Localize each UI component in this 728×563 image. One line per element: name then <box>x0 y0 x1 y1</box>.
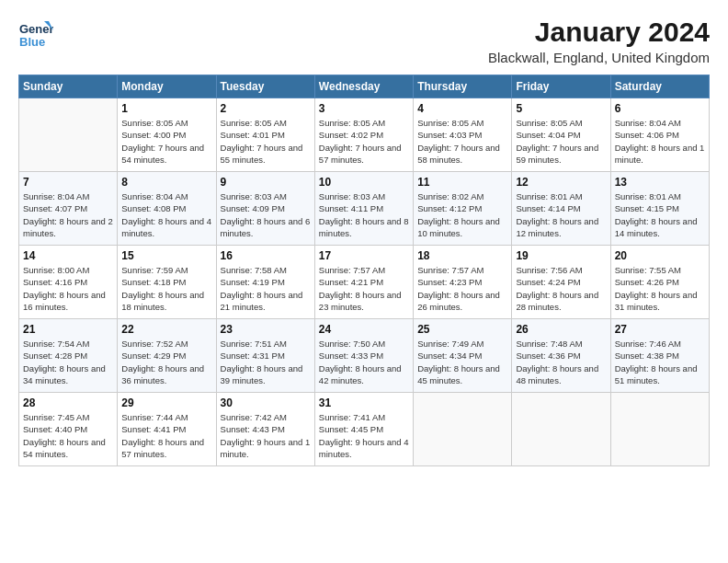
day-detail: Sunrise: 8:05 AM Sunset: 4:04 PM Dayligh… <box>516 117 606 166</box>
day-cell: 27Sunrise: 7:46 AM Sunset: 4:38 PM Dayli… <box>610 319 709 393</box>
day-number: 8 <box>121 176 211 189</box>
day-cell: 31Sunrise: 7:41 AM Sunset: 4:45 PM Dayli… <box>314 393 413 466</box>
day-number: 14 <box>23 249 113 262</box>
day-cell: 28Sunrise: 7:45 AM Sunset: 4:40 PM Dayli… <box>19 393 118 466</box>
col-tuesday: Tuesday <box>216 75 314 98</box>
day-number: 25 <box>417 323 507 336</box>
calendar-table: Sunday Monday Tuesday Wednesday Thursday… <box>18 75 710 466</box>
day-detail: Sunrise: 8:05 AM Sunset: 4:00 PM Dayligh… <box>121 117 211 166</box>
day-cell: 17Sunrise: 7:57 AM Sunset: 4:21 PM Dayli… <box>314 246 413 319</box>
day-number: 18 <box>417 249 507 262</box>
day-number: 23 <box>221 323 311 336</box>
col-monday: Monday <box>118 75 216 98</box>
day-cell: 16Sunrise: 7:58 AM Sunset: 4:19 PM Dayli… <box>216 246 314 319</box>
day-detail: Sunrise: 7:59 AM Sunset: 4:18 PM Dayligh… <box>121 264 211 313</box>
day-cell: 25Sunrise: 7:49 AM Sunset: 4:34 PM Dayli… <box>414 319 512 393</box>
day-number: 7 <box>23 176 113 189</box>
day-detail: Sunrise: 7:46 AM Sunset: 4:38 PM Dayligh… <box>615 338 705 386</box>
day-cell: 3Sunrise: 8:05 AM Sunset: 4:02 PM Daylig… <box>314 98 413 172</box>
day-number: 4 <box>417 102 507 115</box>
day-number: 1 <box>121 102 211 115</box>
day-number: 24 <box>319 323 409 336</box>
day-number: 2 <box>221 102 311 115</box>
day-detail: Sunrise: 7:45 AM Sunset: 4:40 PM Dayligh… <box>23 411 113 460</box>
day-detail: Sunrise: 7:44 AM Sunset: 4:41 PM Dayligh… <box>121 411 211 460</box>
day-cell: 21Sunrise: 7:54 AM Sunset: 4:28 PM Dayli… <box>19 319 118 393</box>
day-cell: 11Sunrise: 8:02 AM Sunset: 4:12 PM Dayli… <box>414 172 512 246</box>
day-detail: Sunrise: 8:04 AM Sunset: 4:07 PM Dayligh… <box>23 190 113 239</box>
col-saturday: Saturday <box>610 75 709 98</box>
day-number: 10 <box>319 176 409 189</box>
day-cell: 18Sunrise: 7:57 AM Sunset: 4:23 PM Dayli… <box>414 246 512 319</box>
day-number: 13 <box>615 176 705 189</box>
day-detail: Sunrise: 8:05 AM Sunset: 4:02 PM Dayligh… <box>319 117 409 166</box>
day-detail: Sunrise: 8:02 AM Sunset: 4:12 PM Dayligh… <box>417 190 507 239</box>
day-detail: Sunrise: 7:51 AM Sunset: 4:31 PM Dayligh… <box>221 338 311 386</box>
day-number: 16 <box>221 249 311 262</box>
day-cell: 5Sunrise: 8:05 AM Sunset: 4:04 PM Daylig… <box>512 98 610 172</box>
day-cell: 23Sunrise: 7:51 AM Sunset: 4:31 PM Dayli… <box>216 319 314 393</box>
day-detail: Sunrise: 8:03 AM Sunset: 4:11 PM Dayligh… <box>319 190 409 239</box>
day-detail: Sunrise: 8:03 AM Sunset: 4:09 PM Dayligh… <box>221 190 311 239</box>
week-row-2: 14Sunrise: 8:00 AM Sunset: 4:16 PM Dayli… <box>19 246 710 319</box>
day-cell: 8Sunrise: 8:04 AM Sunset: 4:08 PM Daylig… <box>118 172 216 246</box>
day-cell <box>610 393 709 466</box>
week-row-3: 21Sunrise: 7:54 AM Sunset: 4:28 PM Dayli… <box>19 319 710 393</box>
day-cell: 26Sunrise: 7:48 AM Sunset: 4:36 PM Dayli… <box>512 319 610 393</box>
page: General Blue January 2024 Blackwall, Eng… <box>0 0 728 476</box>
day-number: 26 <box>516 323 606 336</box>
day-number: 19 <box>516 249 606 262</box>
day-number: 9 <box>221 176 311 189</box>
day-number: 22 <box>121 323 211 336</box>
day-detail: Sunrise: 7:52 AM Sunset: 4:29 PM Dayligh… <box>121 338 211 386</box>
svg-text:Blue: Blue <box>19 35 45 49</box>
day-cell: 14Sunrise: 8:00 AM Sunset: 4:16 PM Dayli… <box>19 246 118 319</box>
day-number: 17 <box>319 249 409 262</box>
day-detail: Sunrise: 7:48 AM Sunset: 4:36 PM Dayligh… <box>516 338 606 386</box>
main-title: January 2024 <box>488 17 710 48</box>
day-detail: Sunrise: 7:49 AM Sunset: 4:34 PM Dayligh… <box>417 338 507 386</box>
day-cell: 4Sunrise: 8:05 AM Sunset: 4:03 PM Daylig… <box>414 98 512 172</box>
day-cell: 15Sunrise: 7:59 AM Sunset: 4:18 PM Dayli… <box>118 246 216 319</box>
day-cell: 12Sunrise: 8:01 AM Sunset: 4:14 PM Dayli… <box>512 172 610 246</box>
col-thursday: Thursday <box>414 75 512 98</box>
day-cell: 2Sunrise: 8:05 AM Sunset: 4:01 PM Daylig… <box>216 98 314 172</box>
day-number: 11 <box>417 176 507 189</box>
day-number: 27 <box>615 323 705 336</box>
day-detail: Sunrise: 8:04 AM Sunset: 4:08 PM Dayligh… <box>121 190 211 239</box>
day-detail: Sunrise: 8:00 AM Sunset: 4:16 PM Dayligh… <box>23 264 113 313</box>
subtitle: Blackwall, England, United Kingdom <box>488 50 710 65</box>
day-number: 6 <box>615 102 705 115</box>
day-cell: 30Sunrise: 7:42 AM Sunset: 4:43 PM Dayli… <box>216 393 314 466</box>
day-cell <box>512 393 610 466</box>
week-row-0: 1Sunrise: 8:05 AM Sunset: 4:00 PM Daylig… <box>19 98 710 172</box>
day-cell: 22Sunrise: 7:52 AM Sunset: 4:29 PM Dayli… <box>118 319 216 393</box>
day-number: 15 <box>121 249 211 262</box>
day-cell: 6Sunrise: 8:04 AM Sunset: 4:06 PM Daylig… <box>610 98 709 172</box>
day-detail: Sunrise: 7:50 AM Sunset: 4:33 PM Dayligh… <box>319 338 409 386</box>
day-detail: Sunrise: 7:57 AM Sunset: 4:21 PM Dayligh… <box>319 264 409 313</box>
day-cell: 7Sunrise: 8:04 AM Sunset: 4:07 PM Daylig… <box>19 172 118 246</box>
day-cell: 13Sunrise: 8:01 AM Sunset: 4:15 PM Dayli… <box>610 172 709 246</box>
day-detail: Sunrise: 7:58 AM Sunset: 4:19 PM Dayligh… <box>221 264 311 313</box>
day-detail: Sunrise: 7:42 AM Sunset: 4:43 PM Dayligh… <box>221 411 311 460</box>
col-wednesday: Wednesday <box>314 75 413 98</box>
logo-icon: General Blue <box>18 17 53 52</box>
day-cell: 24Sunrise: 7:50 AM Sunset: 4:33 PM Dayli… <box>314 319 413 393</box>
day-cell: 10Sunrise: 8:03 AM Sunset: 4:11 PM Dayli… <box>314 172 413 246</box>
day-number: 29 <box>121 396 211 409</box>
col-friday: Friday <box>512 75 610 98</box>
day-cell <box>19 98 118 172</box>
col-sunday: Sunday <box>19 75 118 98</box>
day-detail: Sunrise: 7:54 AM Sunset: 4:28 PM Dayligh… <box>23 338 113 386</box>
day-detail: Sunrise: 8:01 AM Sunset: 4:14 PM Dayligh… <box>516 190 606 239</box>
day-number: 21 <box>23 323 113 336</box>
day-detail: Sunrise: 7:55 AM Sunset: 4:26 PM Dayligh… <box>615 264 705 313</box>
day-number: 28 <box>23 396 113 409</box>
day-detail: Sunrise: 8:05 AM Sunset: 4:03 PM Dayligh… <box>417 117 507 166</box>
day-number: 5 <box>516 102 606 115</box>
logo: General Blue <box>18 17 57 52</box>
day-detail: Sunrise: 8:04 AM Sunset: 4:06 PM Dayligh… <box>615 117 705 166</box>
day-number: 30 <box>221 396 311 409</box>
day-cell: 20Sunrise: 7:55 AM Sunset: 4:26 PM Dayli… <box>610 246 709 319</box>
